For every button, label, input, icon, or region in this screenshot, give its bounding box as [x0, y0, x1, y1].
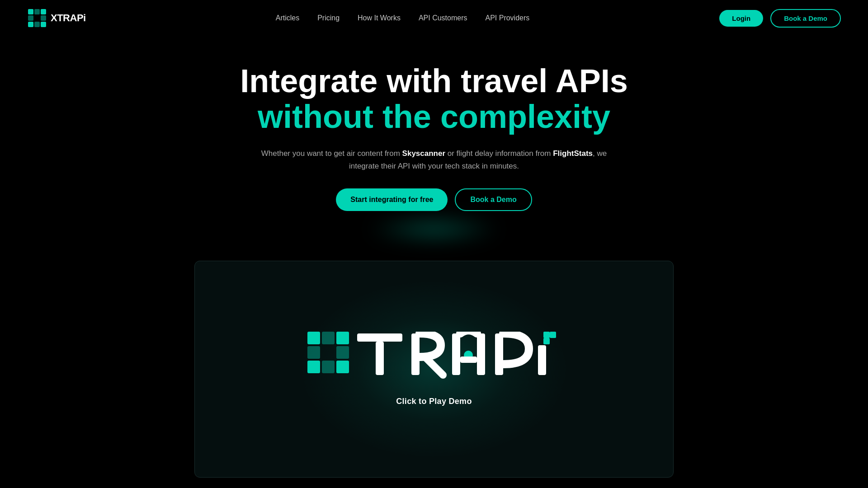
demo-box[interactable]: Click to Play Demo — [194, 261, 674, 478]
svg-rect-17 — [376, 342, 384, 375]
nav-api-providers[interactable]: API Providers — [485, 14, 529, 22]
svg-rect-2 — [41, 9, 46, 14]
login-button[interactable]: Login — [719, 10, 763, 27]
hero-headline-line2: without the complexity — [9, 99, 859, 135]
nav-articles[interactable]: Articles — [276, 14, 299, 22]
hero-buttons: Start integrating for free Book a Demo — [9, 188, 859, 211]
nav-api-customers[interactable]: API Customers — [419, 14, 467, 22]
subtitle-pre: Whether you want to get air content from — [261, 149, 402, 158]
svg-line-19 — [425, 357, 443, 375]
svg-rect-0 — [28, 9, 33, 14]
hero-headline-line1: Integrate with travel APIs — [240, 63, 628, 99]
svg-rect-8 — [307, 332, 320, 344]
nav-links: Articles Pricing How It Works API Custom… — [276, 14, 530, 22]
svg-rect-11 — [307, 346, 320, 359]
svg-rect-6 — [34, 22, 40, 27]
click-to-play-label: Click to Play Demo — [396, 397, 472, 406]
svg-rect-13 — [307, 361, 320, 373]
svg-rect-14 — [322, 361, 335, 373]
nav-actions: Login Book a Demo — [719, 9, 841, 28]
svg-rect-25 — [538, 345, 546, 375]
book-demo-nav-button[interactable]: Book a Demo — [770, 9, 841, 28]
svg-rect-21 — [477, 333, 485, 375]
svg-rect-5 — [28, 22, 33, 27]
svg-rect-16 — [357, 333, 402, 342]
svg-rect-4 — [41, 15, 46, 21]
svg-rect-20 — [452, 333, 460, 375]
demo-box-inner: Click to Play Demo — [307, 332, 561, 406]
subtitle-brand1: Skyscanner — [402, 149, 445, 158]
start-integrating-button[interactable]: Start integrating for free — [336, 188, 448, 211]
svg-rect-15 — [336, 361, 349, 373]
svg-rect-9 — [322, 332, 335, 344]
svg-rect-26 — [543, 332, 550, 338]
svg-rect-7 — [41, 22, 46, 27]
svg-rect-10 — [336, 332, 349, 344]
svg-rect-24 — [495, 333, 503, 375]
nav-pricing[interactable]: Pricing — [317, 14, 340, 22]
nav-how-it-works[interactable]: How It Works — [358, 14, 401, 22]
demo-logo — [307, 332, 561, 386]
svg-rect-28 — [543, 338, 550, 344]
hero-section: Integrate with travel APIs without the c… — [0, 36, 868, 261]
logo[interactable]: XTRAPi — [27, 8, 86, 28]
svg-rect-12 — [336, 346, 349, 359]
hero-headline: Integrate with travel APIs without the c… — [9, 63, 859, 135]
navbar: XTRAPi Articles Pricing How It Works API… — [0, 0, 868, 36]
svg-rect-3 — [28, 15, 33, 21]
subtitle-mid: or flight delay information from — [445, 149, 553, 158]
svg-rect-23 — [460, 357, 477, 363]
svg-rect-27 — [550, 332, 556, 338]
logo-text: XTRAPi — [51, 12, 86, 24]
glow-effect — [9, 216, 859, 243]
demo-section: Click to Play Demo — [0, 261, 868, 488]
book-demo-hero-button[interactable]: Book a Demo — [455, 188, 532, 211]
svg-rect-1 — [34, 9, 40, 14]
subtitle-brand2: FlightStats — [553, 149, 593, 158]
glow-orb — [366, 216, 502, 243]
hero-subtitle: Whether you want to get air content from… — [253, 147, 615, 172]
